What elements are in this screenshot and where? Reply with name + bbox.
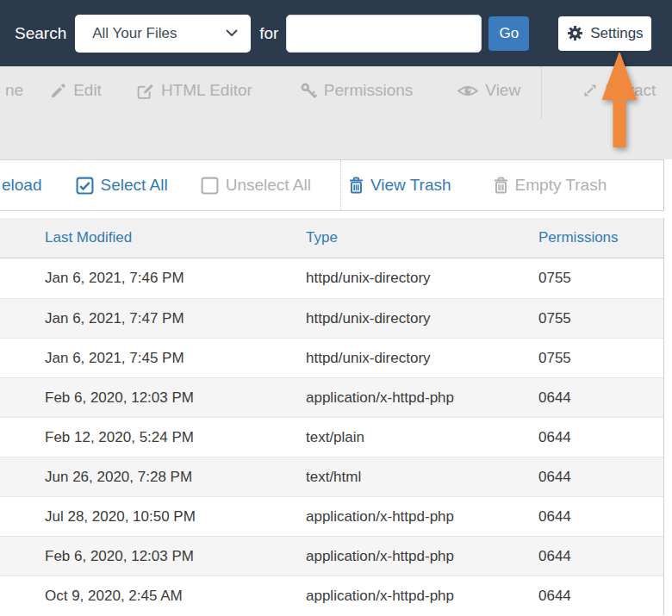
table-row[interactable]: Feb 12, 2020, 5:24 PMtext/plain0644 [0, 417, 663, 457]
cell-last-modified: Jul 28, 2020, 10:50 PM [0, 508, 306, 526]
cell-type: text/html [306, 469, 538, 486]
toolbar-item-permissions[interactable]: Permissions [301, 81, 413, 100]
table-row[interactable]: Feb 6, 2020, 12:03 PMapplication/x-httpd… [0, 377, 663, 417]
cell-last-modified: Feb 6, 2020, 12:03 PM [0, 548, 306, 565]
cell-permissions: 0755 [538, 270, 663, 287]
toolbar-item-label: HTML Editor [161, 81, 252, 100]
trash-icon [494, 177, 508, 194]
toolbar-item-extract[interactable]: Extract [582, 81, 656, 100]
cell-type: httpd/unix-directory [306, 310, 538, 327]
toolbar-item-label: Empty Trash [515, 176, 607, 195]
column-header-last-modified[interactable]: Last Modified [45, 229, 132, 246]
toolbar-item-label: Edit [73, 81, 102, 100]
table-body: Jan 6, 2021, 7:46 PMhttpd/unix-directory… [0, 258, 663, 615]
expand-arrows-icon [582, 83, 598, 98]
table-row[interactable]: Jan 6, 2021, 7:46 PMhttpd/unix-directory… [0, 258, 663, 298]
cell-last-modified: Oct 9, 2020, 2:45 AM [0, 588, 306, 605]
cell-last-modified: Jan 6, 2021, 7:45 PM [0, 350, 306, 367]
toolbar-item-label: Extract [605, 81, 656, 100]
cell-permissions: 0755 [538, 350, 663, 367]
toolbar-divider [340, 160, 341, 210]
chevron-down-icon [226, 29, 238, 37]
trash-icon [349, 177, 364, 194]
toolbar-item-rename-partial[interactable]: ne [5, 81, 23, 100]
for-label: for [259, 24, 278, 43]
toolbar-item-reload-partial[interactable]: eload [2, 176, 42, 195]
toolbar-item-label: Select All [101, 176, 168, 195]
key-icon [301, 83, 317, 99]
toolbar-item-view[interactable]: View [457, 81, 520, 100]
cell-type: httpd/unix-directory [306, 350, 538, 367]
toolbar-item-label: Permissions [324, 81, 413, 100]
toolbar-item-label: View Trash [370, 176, 451, 195]
cell-type: application/x-httpd-php [306, 588, 538, 605]
file-scope-select[interactable]: All Your Files [75, 15, 251, 53]
column-header-permissions[interactable]: Permissions [538, 229, 619, 246]
search-bar: Search All Your Files for Go Set [0, 0, 672, 66]
toolbar-item-select-all[interactable]: Select All [76, 176, 168, 195]
cell-type: application/x-httpd-php [306, 389, 538, 407]
toolbar-item-html-editor[interactable]: HTML Editor [136, 81, 252, 100]
settings-button[interactable]: Settings [558, 16, 651, 51]
cell-permissions: 0644 [538, 429, 663, 446]
cell-last-modified: Jan 6, 2021, 7:47 PM [0, 310, 306, 327]
settings-button-label: Settings [590, 25, 643, 42]
cell-last-modified: Feb 6, 2020, 12:03 PM [0, 389, 306, 407]
gear-icon [567, 25, 583, 41]
table-header-row: Last Modified Type Permissions [0, 218, 663, 258]
cell-permissions: 0644 [538, 389, 663, 407]
file-table: Last Modified Type Permissions Jan 6, 20… [0, 218, 664, 615]
selection-toolbar: eload Select All Unselect All Vi [0, 159, 664, 211]
go-button[interactable]: Go [488, 16, 529, 51]
toolbar-item-empty-trash[interactable]: Empty Trash [494, 176, 607, 195]
toolbar-item-label: Unselect All [226, 176, 311, 195]
action-toolbar: ne Edit HTML Editor [0, 66, 672, 159]
checkbox-checked-icon [76, 177, 94, 195]
table-row[interactable]: Feb 6, 2020, 12:03 PMapplication/x-httpd… [0, 536, 663, 576]
cell-type: application/x-httpd-php [306, 508, 538, 526]
cell-last-modified: Jun 26, 2020, 7:28 PM [0, 469, 306, 486]
toolbar-item-label: View [485, 81, 520, 100]
toolbar-item-view-trash[interactable]: View Trash [349, 176, 451, 195]
cell-type: httpd/unix-directory [306, 270, 538, 287]
checkbox-empty-icon [201, 177, 219, 195]
table-row[interactable]: Jul 28, 2020, 10:50 PMapplication/x-http… [0, 496, 663, 536]
eye-icon [457, 84, 478, 97]
toolbar-item-edit[interactable]: Edit [51, 81, 102, 100]
toolbar-divider [541, 66, 542, 118]
cell-permissions: 0644 [538, 469, 663, 486]
cell-last-modified: Feb 12, 2020, 5:24 PM [0, 429, 306, 446]
file-scope-selected-value: All Your Files [92, 25, 177, 42]
cell-last-modified: Jan 6, 2021, 7:46 PM [0, 270, 306, 287]
toolbar-item-label: eload [2, 176, 42, 195]
cell-type: application/x-httpd-php [306, 548, 538, 565]
cell-permissions: 0644 [538, 548, 663, 565]
pencil-icon [51, 83, 66, 98]
table-row[interactable]: Oct 9, 2020, 2:45 AMapplication/x-httpd-… [0, 576, 663, 615]
toolbar-item-unselect-all[interactable]: Unselect All [201, 176, 311, 195]
cell-type: text/plain [306, 429, 538, 446]
search-input[interactable] [286, 15, 482, 53]
column-header-type[interactable]: Type [306, 229, 338, 246]
pencil-square-icon [136, 82, 154, 100]
cell-permissions: 0644 [538, 508, 663, 526]
spacer [0, 211, 672, 218]
cell-permissions: 0644 [538, 588, 663, 605]
table-row[interactable]: Jan 6, 2021, 7:45 PMhttpd/unix-directory… [0, 338, 663, 377]
cell-permissions: 0755 [538, 310, 663, 327]
toolbar-item-label: ne [5, 81, 23, 100]
search-label: Search [15, 24, 66, 43]
table-row[interactable]: Jun 26, 2020, 7:28 PMtext/html0644 [0, 457, 663, 496]
table-row[interactable]: Jan 6, 2021, 7:47 PMhttpd/unix-directory… [0, 298, 663, 338]
